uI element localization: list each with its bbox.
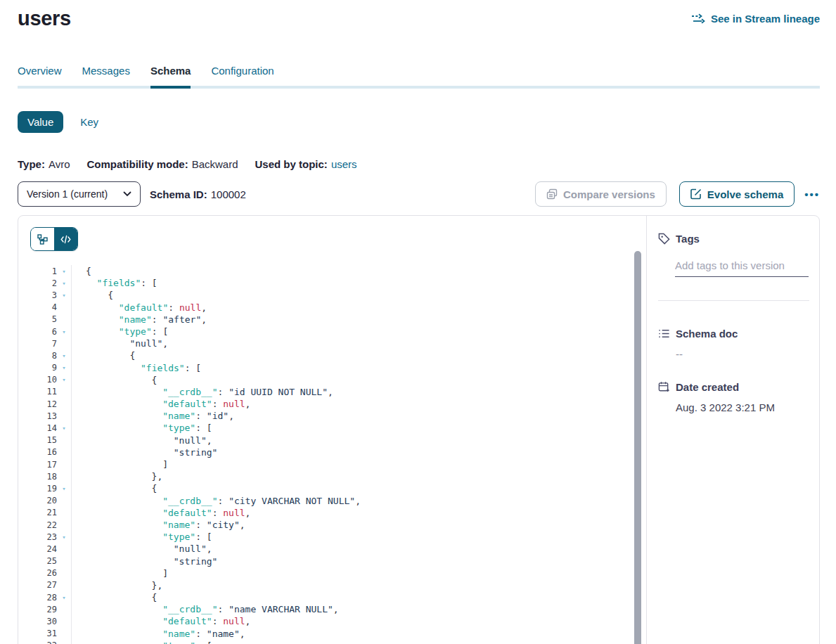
code-view-button[interactable] <box>54 228 77 250</box>
compatibility-value: Backward <box>192 158 238 170</box>
page-title: users <box>18 7 71 30</box>
tab-bar: OverviewMessagesSchemaConfiguration <box>18 64 820 89</box>
compare-versions-icon <box>546 188 558 200</box>
line-number: 24 <box>30 544 57 554</box>
fold-arrow-icon[interactable]: ▾ <box>57 277 72 289</box>
code-line: 1▾{ <box>30 265 646 277</box>
evolve-schema-button[interactable]: Evolve schema <box>679 181 795 207</box>
code-editor[interactable]: 1▾{2▾"fields": [3▾{4"default": null,5"na… <box>30 265 646 644</box>
code-view-icon <box>60 235 71 244</box>
line-number: 13 <box>30 411 57 421</box>
code-text: { <box>72 265 91 277</box>
fold-spacer <box>57 543 72 555</box>
tree-view-button[interactable] <box>31 228 54 250</box>
evolve-schema-label: Evolve schema <box>707 188 783 200</box>
code-text: "__crdb__": "id UUID NOT NULL", <box>72 386 333 398</box>
code-text: { <box>72 374 157 386</box>
schema-id-label: Schema ID: <box>150 188 207 200</box>
line-number: 25 <box>30 556 57 566</box>
tab-configuration[interactable]: Configuration <box>211 64 274 86</box>
fold-arrow-icon[interactable]: ▾ <box>57 326 72 337</box>
fold-spacer <box>57 567 72 579</box>
schema-panel: 1▾{2▾"fields": [3▾{4"default": null,5"na… <box>18 215 820 644</box>
schema-meta-row: Type: Avro Compatibility mode: Backward … <box>18 158 820 170</box>
key-tab-button[interactable]: Key <box>80 116 98 128</box>
date-created-heading-row: Date created <box>658 381 809 393</box>
line-number: 2 <box>30 278 57 288</box>
schema-doc-heading: Schema doc <box>676 328 738 340</box>
fold-arrow-icon[interactable]: ▾ <box>57 349 72 361</box>
tab-schema[interactable]: Schema <box>150 64 191 89</box>
fold-spacer <box>57 470 72 482</box>
version-selector[interactable]: Version 1 (current) <box>18 181 141 207</box>
topic-link[interactable]: users <box>331 158 357 170</box>
line-number: 6 <box>30 327 57 337</box>
fold-arrow-icon[interactable]: ▾ <box>57 422 72 434</box>
code-line: 13"name": "id", <box>30 410 646 422</box>
chevron-down-icon <box>123 191 131 197</box>
code-line: 12"default": null, <box>30 398 646 410</box>
line-number: 30 <box>30 617 57 626</box>
line-number: 28 <box>30 593 57 603</box>
type-label: Type: <box>18 158 45 170</box>
code-line: 9▾"fields": [ <box>30 362 646 374</box>
code-text: "__crdb__": "city VARCHAR NOT NULL", <box>72 495 361 507</box>
code-line: 23▾"type": [ <box>30 531 646 543</box>
fold-arrow-icon[interactable]: ▾ <box>57 531 72 543</box>
code-text: "name": "after", <box>72 314 207 326</box>
line-number: 5 <box>30 314 57 324</box>
code-text: "fields": [ <box>72 277 157 289</box>
fold-arrow-icon[interactable]: ▾ <box>57 362 72 374</box>
code-text: }, <box>72 470 162 482</box>
code-text: "fields": [ <box>72 362 201 374</box>
fold-spacer <box>57 386 72 398</box>
add-tags-input[interactable] <box>675 259 809 277</box>
code-line: 15"null", <box>30 434 646 446</box>
code-line: 29"__crdb__": "name VARCHAR NULL", <box>30 603 646 615</box>
stream-lineage-link[interactable]: See in Stream lineage <box>691 13 820 25</box>
more-options-button[interactable]: ••• <box>804 188 820 200</box>
code-text: "name": "name", <box>72 628 245 640</box>
sidebar-divider <box>658 300 809 301</box>
type-value: Avro <box>49 158 70 170</box>
code-line: 3▾{ <box>30 289 646 301</box>
code-text: "type": [ <box>72 531 212 543</box>
code-line: 20"__crdb__": "city VARCHAR NOT NULL", <box>30 495 646 507</box>
code-line: 17] <box>30 458 646 470</box>
fold-arrow-icon[interactable]: ▾ <box>57 265 72 277</box>
code-line: 4"default": null, <box>30 302 646 314</box>
fold-arrow-icon[interactable]: ▾ <box>57 591 72 603</box>
code-text: { <box>72 289 113 301</box>
code-text: { <box>72 591 157 603</box>
line-number: 27 <box>30 580 57 590</box>
code-line: 10▾{ <box>30 374 646 386</box>
line-number: 21 <box>30 508 57 517</box>
code-text: "default": null, <box>72 398 250 410</box>
header: users See in Stream lineage <box>18 7 820 30</box>
line-number: 1 <box>30 266 57 276</box>
fold-arrow-icon[interactable]: ▾ <box>57 374 72 386</box>
code-text: "name": "city", <box>72 519 245 531</box>
tab-overview[interactable]: Overview <box>18 64 62 86</box>
vertical-scrollbar[interactable] <box>634 251 641 644</box>
code-line: 2▾"fields": [ <box>30 277 646 289</box>
edit-icon <box>690 188 702 200</box>
fold-spacer <box>57 628 72 640</box>
details-sidebar: Tags Schema doc <box>646 216 819 644</box>
fold-arrow-icon[interactable]: ▾ <box>57 289 72 301</box>
compare-versions-button[interactable]: Compare versions <box>535 181 667 207</box>
editor-view-toggle <box>30 227 78 251</box>
line-number: 22 <box>30 520 57 530</box>
code-text: "null", <box>72 337 168 349</box>
code-line: 18}, <box>30 470 646 482</box>
date-created-heading: Date created <box>676 381 739 393</box>
fold-spacer <box>57 555 72 567</box>
code-text: "name": "id", <box>72 410 234 422</box>
tab-messages[interactable]: Messages <box>82 64 130 86</box>
fold-arrow-icon[interactable]: ▾ <box>57 640 72 644</box>
compatibility-label: Compatibility mode: <box>86 158 188 170</box>
fold-arrow-icon[interactable]: ▾ <box>57 482 72 494</box>
value-tab-button[interactable]: Value <box>18 111 63 133</box>
stream-lineage-icon <box>691 13 705 24</box>
code-line: 30"default": null, <box>30 615 646 627</box>
